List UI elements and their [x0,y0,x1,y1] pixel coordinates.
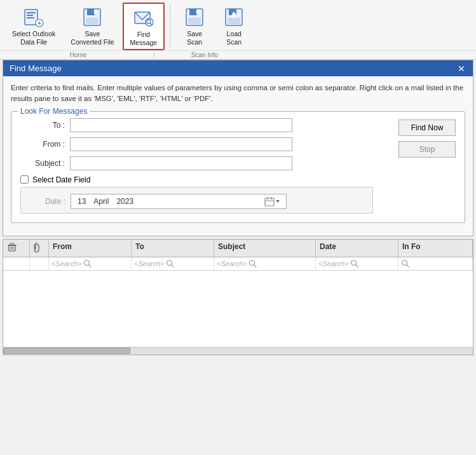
search-from-text: <Search> [51,260,82,268]
to-label: To : [20,121,65,130]
save-converted-button[interactable]: Save Converted File [64,3,121,50]
svg-line-39 [254,264,256,267]
search-subject-icon [248,259,257,268]
search-date-icon [350,259,359,268]
svg-line-41 [355,264,358,267]
load-scan-label: Load Scan [226,30,241,46]
svg-rect-30 [10,243,14,245]
col-header-subject: Subject [214,240,316,257]
subject-row: Subject : [20,156,373,170]
search-cell-info[interactable] [398,257,473,270]
save-converted-label: Save Converted File [71,30,114,46]
look-for-legend: Look For Messages [18,107,90,116]
stop-button[interactable]: Stop [398,141,456,158]
date-input-group[interactable]: 13 April 2023 [71,194,287,209]
svg-rect-16 [188,18,201,24]
find-message-label: Find Message [130,31,158,46]
dialog-title: Find Message [10,64,62,73]
look-for-messages-group: Look For Messages To : From : Sub [11,111,465,223]
from-label: From : [20,140,65,149]
results-body [3,271,473,347]
dropdown-arrow-icon [275,198,281,205]
col-header-info: In Fo [398,240,473,257]
load-scan-icon [222,6,245,29]
svg-rect-15 [189,9,197,15]
svg-rect-23 [265,198,274,206]
svg-rect-17 [196,10,199,14]
svg-text:+: + [37,20,41,27]
select-date-label: Select Date Field [32,175,90,184]
svg-rect-20 [228,18,240,24]
form-fields: To : From : Subject : [20,118,373,214]
search-cell-from[interactable]: <Search> [49,257,132,270]
select-date-checkbox[interactable] [20,175,29,184]
search-date-text: <Search> [318,260,349,268]
svg-line-43 [407,264,409,267]
svg-rect-9 [94,10,97,14]
svg-rect-3 [27,17,34,18]
toolbar-buttons-row: + Select Outlook Data File Save Convert [0,0,476,50]
scrollbar-thumb[interactable] [3,348,130,354]
subject-input[interactable] [70,156,292,170]
svg-marker-27 [276,200,280,203]
dialog-info-text: Enter criteria to find mails. Enter mult… [11,83,465,105]
search-cell-icon2 [30,257,49,270]
search-cell-subject[interactable]: <Search> [214,257,316,270]
dialog-close-button[interactable]: ✕ [456,64,466,73]
search-cell-date[interactable]: <Search> [316,257,398,270]
from-input[interactable] [70,137,292,151]
find-message-icon [132,6,155,29]
date-picker-button[interactable] [262,196,283,207]
select-outlook-icon: + [22,6,45,29]
toolbar: + Select Outlook Data File Save Convert [0,0,476,60]
svg-line-35 [88,264,91,267]
select-outlook-button[interactable]: + Select Outlook Data File [5,3,62,50]
col-header-icon1 [3,240,30,257]
svg-rect-22 [233,15,235,18]
find-message-button[interactable]: Find Message [123,3,165,50]
svg-line-37 [171,264,173,267]
svg-rect-1 [27,12,36,13]
search-to-text: <Search> [134,260,165,268]
date-month: April [90,197,112,206]
form-layout: To : From : Subject : [20,118,456,214]
search-to-icon [166,259,175,268]
svg-rect-7 [87,9,95,15]
svg-rect-8 [86,18,99,24]
col-header-icon2 [30,240,49,257]
attachment-icon [34,242,41,252]
results-header: From To Subject Date In Fo [3,240,473,257]
col-header-date: Date [316,240,398,257]
toolbar-separator [170,5,170,48]
search-from-icon [83,259,92,268]
save-scan-label: Save Scan [187,30,202,46]
search-cell-icon1 [3,257,30,270]
scan-info-section-label: Scan Info [157,51,252,59]
save-scan-icon [183,6,206,29]
save-scan-button[interactable]: Save Scan [175,3,214,50]
dialog-body: Enter criteria to find mails. Enter mult… [3,76,473,236]
home-section-label: Home [5,51,151,59]
save-converted-icon [81,6,104,29]
col-header-to: To [132,240,214,257]
toolbar-sections-row: Home Scan Info [0,50,476,59]
results-search-row: <Search> <Search> <Search> <Search> [3,257,473,271]
date-day: 13 [74,197,90,206]
col-header-from: From [49,240,132,257]
search-cell-to[interactable]: <Search> [132,257,214,270]
date-label: Date : [27,197,65,206]
horizontal-scrollbar[interactable] [3,347,473,355]
section-separator [154,52,154,58]
trash-icon [7,242,17,252]
to-input[interactable] [70,118,292,132]
from-row: From : [20,137,373,151]
select-date-row: Select Date Field [20,175,373,184]
results-area: From To Subject Date In Fo <Search> <Sea… [3,239,473,355]
calendar-icon [264,196,275,207]
load-scan-button[interactable]: Load Scan [215,3,253,50]
select-outlook-label: Select Outlook Data File [12,30,55,46]
search-subject-text: <Search> [217,260,247,268]
find-now-button[interactable]: Find Now [398,119,456,136]
svg-rect-2 [27,15,33,16]
action-buttons: Find Now Stop [386,119,456,158]
